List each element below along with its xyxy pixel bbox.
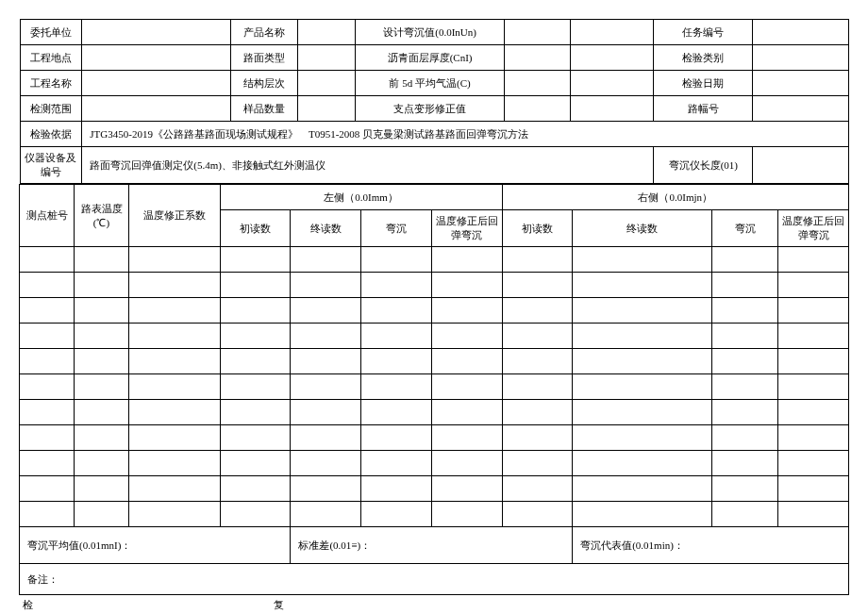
- data-cell[interactable]: [20, 451, 75, 476]
- data-cell[interactable]: [431, 273, 502, 298]
- data-cell[interactable]: [20, 425, 75, 451]
- data-cell[interactable]: [291, 451, 361, 476]
- data-cell[interactable]: [75, 400, 129, 425]
- data-cell[interactable]: [291, 425, 361, 451]
- data-cell[interactable]: [778, 324, 849, 349]
- data-cell[interactable]: [778, 425, 849, 451]
- data-cell[interactable]: [75, 349, 129, 374]
- data-cell[interactable]: [129, 273, 221, 298]
- data-cell[interactable]: [20, 349, 75, 374]
- data-cell[interactable]: [573, 502, 712, 527]
- data-cell[interactable]: [129, 349, 221, 374]
- data-cell[interactable]: [778, 400, 849, 425]
- data-cell[interactable]: [778, 374, 849, 400]
- data-cell[interactable]: [291, 349, 361, 374]
- data-cell[interactable]: [291, 476, 361, 502]
- data-cell[interactable]: [75, 374, 129, 400]
- data-cell[interactable]: [711, 374, 777, 400]
- data-cell[interactable]: [291, 502, 361, 527]
- meta-val[interactable]: [505, 45, 571, 71]
- data-cell[interactable]: [75, 476, 129, 502]
- data-cell[interactable]: [75, 425, 129, 451]
- data-cell[interactable]: [573, 273, 712, 298]
- data-cell[interactable]: [129, 476, 221, 502]
- data-cell[interactable]: [220, 247, 291, 273]
- data-cell[interactable]: [711, 425, 777, 451]
- data-cell[interactable]: [502, 273, 573, 298]
- data-cell[interactable]: [291, 247, 361, 273]
- meta-val[interactable]: [297, 71, 355, 96]
- data-cell[interactable]: [431, 247, 502, 273]
- data-cell[interactable]: [431, 451, 502, 476]
- meta-val[interactable]: [82, 20, 231, 45]
- data-cell[interactable]: [220, 502, 291, 527]
- data-cell[interactable]: [573, 324, 712, 349]
- data-cell[interactable]: [711, 349, 777, 374]
- meta-val[interactable]: [297, 20, 355, 45]
- meta-val[interactable]: [297, 96, 355, 122]
- data-cell[interactable]: [220, 400, 291, 425]
- data-cell[interactable]: [502, 349, 573, 374]
- data-cell[interactable]: [361, 400, 432, 425]
- data-cell[interactable]: [431, 374, 502, 400]
- data-cell[interactable]: [220, 349, 291, 374]
- data-cell[interactable]: [431, 502, 502, 527]
- data-cell[interactable]: [129, 324, 221, 349]
- data-cell[interactable]: [75, 502, 129, 527]
- data-cell[interactable]: [431, 476, 502, 502]
- data-cell[interactable]: [361, 374, 432, 400]
- data-cell[interactable]: [361, 298, 432, 324]
- data-cell[interactable]: [291, 400, 361, 425]
- data-cell[interactable]: [711, 400, 777, 425]
- data-cell[interactable]: [129, 451, 221, 476]
- data-cell[interactable]: [502, 451, 573, 476]
- data-cell[interactable]: [502, 400, 573, 425]
- data-cell[interactable]: [431, 324, 502, 349]
- data-cell[interactable]: [220, 374, 291, 400]
- data-cell[interactable]: [502, 476, 573, 502]
- data-cell[interactable]: [20, 298, 75, 324]
- data-cell[interactable]: [75, 324, 129, 349]
- data-cell[interactable]: [778, 502, 849, 527]
- data-cell[interactable]: [778, 298, 849, 324]
- data-cell[interactable]: [778, 476, 849, 502]
- data-cell[interactable]: [711, 247, 777, 273]
- data-cell[interactable]: [573, 247, 712, 273]
- data-cell[interactable]: [778, 273, 849, 298]
- data-cell[interactable]: [502, 502, 573, 527]
- data-cell[interactable]: [361, 451, 432, 476]
- data-cell[interactable]: [20, 400, 75, 425]
- data-cell[interactable]: [711, 298, 777, 324]
- meta-val[interactable]: [505, 96, 571, 122]
- notes-row[interactable]: 备注：: [20, 564, 849, 595]
- data-cell[interactable]: [361, 349, 432, 374]
- meta-val[interactable]: [505, 20, 571, 45]
- data-cell[interactable]: [361, 247, 432, 273]
- data-cell[interactable]: [20, 324, 75, 349]
- data-cell[interactable]: [291, 298, 361, 324]
- data-cell[interactable]: [129, 502, 221, 527]
- data-cell[interactable]: [129, 298, 221, 324]
- data-cell[interactable]: [778, 451, 849, 476]
- meta-val[interactable]: [82, 96, 231, 122]
- data-cell[interactable]: [291, 273, 361, 298]
- data-cell[interactable]: [573, 298, 712, 324]
- data-cell[interactable]: [502, 324, 573, 349]
- data-cell[interactable]: [75, 451, 129, 476]
- data-cell[interactable]: [75, 298, 129, 324]
- data-cell[interactable]: [220, 476, 291, 502]
- data-cell[interactable]: [220, 298, 291, 324]
- data-cell[interactable]: [431, 400, 502, 425]
- data-cell[interactable]: [573, 400, 712, 425]
- data-cell[interactable]: [711, 451, 777, 476]
- meta-val[interactable]: [753, 71, 848, 96]
- data-cell[interactable]: [361, 476, 432, 502]
- data-cell[interactable]: [220, 425, 291, 451]
- data-cell[interactable]: [129, 400, 221, 425]
- data-cell[interactable]: [20, 476, 75, 502]
- data-cell[interactable]: [711, 476, 777, 502]
- meta-val[interactable]: [753, 45, 848, 71]
- data-cell[interactable]: [502, 374, 573, 400]
- data-cell[interactable]: [129, 425, 221, 451]
- data-cell[interactable]: [129, 374, 221, 400]
